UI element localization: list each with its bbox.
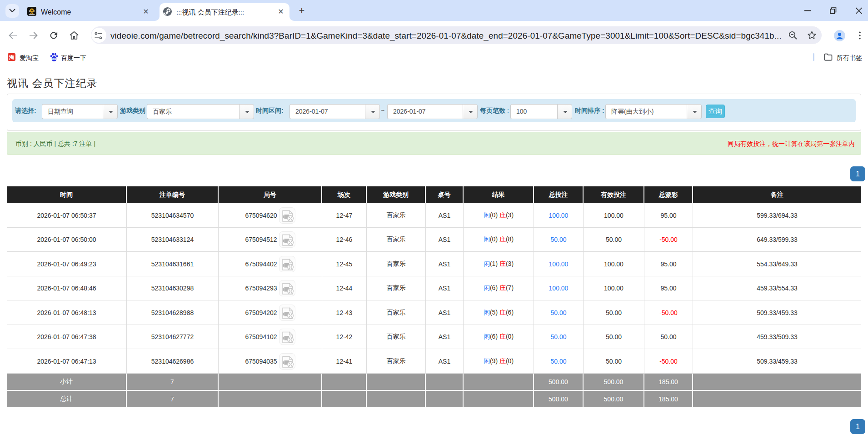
svg-text:du: du xyxy=(52,57,56,60)
svg-text:淘: 淘 xyxy=(9,55,14,60)
